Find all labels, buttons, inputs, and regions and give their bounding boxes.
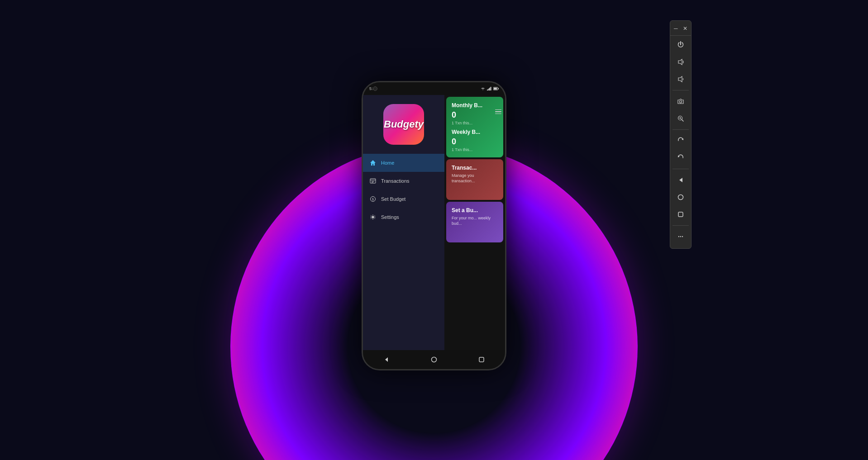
svg-point-30 xyxy=(678,236,679,237)
rotate2-button[interactable] xyxy=(672,150,689,166)
nav-item-transactions[interactable]: Transactions xyxy=(363,172,444,190)
zoom-button[interactable] xyxy=(672,110,689,127)
hamburger-button[interactable] xyxy=(495,109,501,114)
nav-menu: Home Transactions xyxy=(363,154,444,226)
app-logo-container: Budgety xyxy=(363,100,444,154)
emulator-toolbar: ─ ✕ xyxy=(670,20,692,249)
toolbar-divider-3 xyxy=(672,169,689,169)
transactions-card[interactable]: Transac... Manage you transaction... xyxy=(446,159,503,200)
svg-line-22 xyxy=(682,120,684,122)
svg-rect-17 xyxy=(479,357,484,362)
phone-device: 5:45 xyxy=(362,81,506,370)
transactions-card-desc: Manage you transaction... xyxy=(452,173,498,184)
transactions-card-title: Transac... xyxy=(452,165,498,171)
toolbar-home-button[interactable] xyxy=(672,189,689,205)
set-budget-card[interactable]: Set a Bu... For your mo... weekly bud... xyxy=(446,202,503,242)
svg-rect-1 xyxy=(488,89,489,90)
battery-icon xyxy=(493,87,499,90)
cards-area: Monthly B... 0 1 Txn this... Weekly B...… xyxy=(444,95,505,350)
screenshot-button[interactable] xyxy=(672,93,689,109)
status-icons xyxy=(481,87,499,90)
more-button[interactable] xyxy=(672,228,689,245)
volume-up-button[interactable] xyxy=(672,54,689,70)
svg-marker-18 xyxy=(678,59,682,65)
nav-label-home: Home xyxy=(381,160,394,166)
nav-label-settings: Settings xyxy=(381,214,399,220)
transactions-icon xyxy=(369,177,377,185)
toolbar-recents-button[interactable] xyxy=(672,206,689,223)
svg-marker-27 xyxy=(679,178,682,182)
phone-screen: Budgety Home xyxy=(363,95,505,350)
wifi-icon xyxy=(481,87,485,90)
weekly-budget-title: Weekly B... xyxy=(452,129,498,135)
monthly-budget-value: 0 xyxy=(452,110,498,120)
svg-point-31 xyxy=(680,236,681,237)
settings-icon xyxy=(369,213,377,221)
svg-point-13 xyxy=(372,216,374,218)
nav-item-home[interactable]: Home xyxy=(363,154,444,172)
nav-item-settings[interactable]: Settings xyxy=(363,208,444,226)
camera-notch xyxy=(373,86,377,91)
svg-marker-19 xyxy=(678,76,682,82)
home-button[interactable] xyxy=(429,355,439,364)
monthly-weekly-card[interactable]: Monthly B... 0 1 Txn this... Weekly B...… xyxy=(446,97,503,157)
toolbar-header: ─ ✕ xyxy=(670,24,691,36)
set-budget-card-title: Set a Bu... xyxy=(452,207,498,213)
toolbar-divider-4 xyxy=(672,225,689,226)
weekly-budget-subtitle: 1 Txn this... xyxy=(452,147,498,152)
bottom-nav-bar xyxy=(363,350,505,369)
weekly-budget-value: 0 xyxy=(452,137,498,147)
svg-point-20 xyxy=(680,101,682,103)
home-icon xyxy=(369,159,377,166)
power-button[interactable] xyxy=(672,37,689,53)
svg-marker-15 xyxy=(385,357,388,362)
nav-label-set-budget: Set Budget xyxy=(381,196,405,202)
budget-icon: $ xyxy=(369,195,377,203)
svg-rect-2 xyxy=(489,88,490,90)
toolbar-divider-2 xyxy=(672,129,689,130)
svg-rect-0 xyxy=(487,90,488,90)
toolbar-back-button[interactable] xyxy=(672,172,689,188)
svg-point-28 xyxy=(678,195,683,200)
svg-point-32 xyxy=(682,236,683,237)
rotate-button[interactable] xyxy=(672,133,689,149)
toolbar-minimize-button[interactable]: ─ xyxy=(673,24,679,33)
toolbar-close-button[interactable]: ✕ xyxy=(682,24,688,33)
nav-label-transactions: Transactions xyxy=(381,178,410,184)
recents-button[interactable] xyxy=(477,355,486,364)
app-logo: Budgety xyxy=(383,104,424,145)
back-button[interactable] xyxy=(382,355,391,364)
nav-item-set-budget[interactable]: $ Set Budget xyxy=(363,190,444,208)
main-content: Monthly B... 0 1 Txn this... Weekly B...… xyxy=(444,95,505,350)
svg-point-16 xyxy=(431,357,436,362)
app-logo-text: Budgety xyxy=(384,119,424,130)
toolbar-divider-1 xyxy=(672,90,689,90)
set-budget-card-desc: For your mo... weekly bud... xyxy=(452,215,498,227)
svg-rect-6 xyxy=(494,88,497,90)
status-bar: 5:45 xyxy=(363,82,505,95)
svg-rect-3 xyxy=(491,87,491,90)
monthly-budget-title: Monthly B... xyxy=(452,102,498,109)
signal-icon xyxy=(487,87,491,90)
svg-rect-29 xyxy=(678,212,683,217)
svg-rect-5 xyxy=(498,88,499,89)
svg-text:$: $ xyxy=(372,198,374,201)
volume-down-button[interactable] xyxy=(672,71,689,87)
monthly-budget-subtitle: 1 Txn this... xyxy=(452,121,498,125)
nav-drawer: Budgety Home xyxy=(363,95,444,350)
